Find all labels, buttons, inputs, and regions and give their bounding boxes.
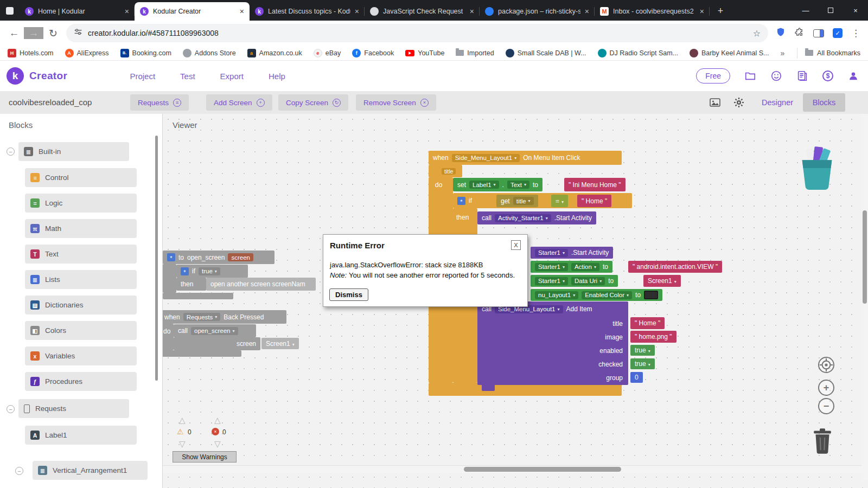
sidebar-item-label1[interactable]: A Label1: [25, 426, 137, 445]
blocks-toggle-active[interactable]: Blocks: [803, 93, 845, 112]
vertical-scrollbar[interactable]: [861, 114, 868, 480]
address-bar[interactable]: creator.kodular.io/#4587111089963008 ☆: [66, 24, 768, 42]
collapse-screen-icon[interactable]: −: [7, 405, 15, 413]
tab-kodular-creator[interactable]: k Kodular Creator ×: [135, 2, 250, 21]
sidebar-item-lists[interactable]: ≣Lists: [25, 270, 137, 289]
bookmark-aliexpress[interactable]: AAliExpress: [65, 49, 109, 57]
site-settings-icon[interactable]: [74, 28, 82, 38]
bookmark-facebook[interactable]: fFacebook: [352, 49, 394, 57]
bookmark-amazon[interactable]: aAmazon.co.uk: [247, 49, 302, 57]
horizontal-scrollbar[interactable]: [163, 465, 861, 473]
bookmark-dj-radio[interactable]: DJ Radio Script Sam...: [598, 49, 678, 57]
block-fragment-enabled-color[interactable]: nu_Layout1 Enabled Color to: [531, 289, 662, 301]
tab-home-kodular[interactable]: k Home | Kodular ×: [20, 2, 135, 21]
component-dropdown[interactable]: Activity_Starter1: [495, 214, 551, 222]
component-dropdown[interactable]: Requests: [183, 313, 221, 321]
property-dropdown[interactable]: Enabled Color: [582, 291, 632, 299]
sidebar-item-colors[interactable]: ◧Colors: [25, 321, 137, 340]
tab-close-icon[interactable]: ×: [240, 7, 244, 16]
account-icon[interactable]: [847, 70, 859, 82]
menu-project[interactable]: Project: [130, 72, 155, 81]
color-swatch[interactable]: [644, 291, 658, 299]
bookmark-imported-folder[interactable]: Imported: [456, 49, 494, 57]
block-screen1-disabled[interactable]: Screen1: [261, 338, 299, 349]
block-screen1-dropdown[interactable]: Screen1: [643, 275, 681, 287]
settings-gear-icon[interactable]: [733, 97, 744, 108]
logic-dropdown[interactable]: true: [635, 346, 650, 354]
designer-toggle[interactable]: Designer: [762, 98, 793, 107]
block-text-ini-menu-home[interactable]: " Ini Menu Home ": [564, 178, 626, 191]
block-set-label-text[interactable]: set Label1 . Text to: [453, 178, 542, 191]
remove-screen-button[interactable]: Remove Screen×: [356, 94, 436, 111]
bookmark-addons-store[interactable]: Addons Store: [183, 49, 236, 57]
block-if-disabled[interactable]: if true: [176, 265, 248, 278]
block-true-checked[interactable]: true: [630, 358, 655, 369]
block-number-zero[interactable]: 0: [630, 372, 643, 383]
center-blocks-target-icon[interactable]: [818, 357, 834, 373]
collapse-arrangement-icon[interactable]: −: [15, 467, 23, 475]
block-fragment-set-action[interactable]: Starter1 Action to: [531, 261, 612, 273]
procedure-dropdown[interactable]: open_screen: [191, 327, 238, 335]
sidebar-item-math[interactable]: πMath: [25, 219, 137, 238]
sidebar-item-text[interactable]: TText: [25, 245, 137, 264]
tab-close-icon[interactable]: ×: [585, 7, 589, 16]
sidebar-item-logic[interactable]: =Logic: [25, 194, 137, 213]
close-window-button[interactable]: ×: [843, 0, 868, 21]
screen-dropdown[interactable]: Screen1: [266, 340, 295, 348]
tab-javascript-check[interactable]: JavaScript Check Request ×: [365, 2, 480, 21]
operator-dropdown[interactable]: =: [556, 197, 564, 205]
param-title-chip[interactable]: title: [442, 168, 456, 175]
block-equals-operator[interactable]: =: [551, 195, 568, 207]
component-dropdown[interactable]: Label1: [469, 181, 499, 189]
kodular-logo[interactable]: k: [7, 67, 24, 85]
plan-badge[interactable]: Free: [696, 68, 730, 84]
component-dropdown[interactable]: Starter1: [535, 277, 568, 285]
security-check-icon[interactable]: ✓: [833, 28, 843, 38]
sidebar-item-procedures[interactable]: ƒProcedures: [25, 372, 137, 391]
block-when-menu-item-click[interactable]: when Side_Menu_Layout1 On Menu Item Clic…: [429, 151, 622, 165]
trash-can-icon[interactable]: [812, 426, 833, 457]
collapse-up-icon[interactable]: △: [179, 415, 186, 425]
collapse-down-icon[interactable]: ▽: [214, 439, 221, 449]
tab-discuss-topics[interactable]: k Latest Discuss topics - Kodul ×: [250, 2, 365, 21]
block-text-home-png[interactable]: " home.png ": [630, 331, 676, 343]
component-dropdown[interactable]: Starter1: [535, 249, 568, 257]
block-get-title[interactable]: get title: [496, 195, 538, 207]
bookmark-booking[interactable]: B.Booking.com: [120, 49, 171, 57]
minimize-button[interactable]: —: [793, 0, 818, 21]
new-tab-button[interactable]: +: [713, 3, 728, 18]
param-screen-chip[interactable]: screen: [228, 253, 253, 261]
tab-close-icon[interactable]: ×: [355, 7, 359, 16]
sidebar-item-control[interactable]: ≡Control: [25, 168, 137, 187]
dismiss-button[interactable]: Dismiss: [329, 288, 368, 301]
mutator-gear-icon[interactable]: [457, 197, 465, 205]
all-bookmarks-button[interactable]: All Bookmarks: [797, 48, 860, 59]
collapse-down-icon[interactable]: ▽: [179, 439, 186, 449]
sidebar-item-requests-screen[interactable]: Requests: [18, 399, 129, 418]
block-call-start-activity[interactable]: call Activity_Starter1 .Start Activity: [477, 211, 596, 224]
forward-icon[interactable]: →: [24, 27, 43, 39]
collapse-up-icon[interactable]: △: [214, 415, 221, 425]
maximize-button[interactable]: [818, 0, 843, 21]
mutator-gear-icon[interactable]: [167, 253, 175, 261]
browser-menu-kebab-icon[interactable]: ⋮: [851, 28, 860, 39]
menu-test[interactable]: Test: [180, 72, 195, 81]
block-fragment-set-data-uri[interactable]: Starter1 Data Uri to: [531, 275, 618, 287]
url-text[interactable]: creator.kodular.io/#4587111089963008: [88, 29, 753, 37]
bookmark-ebay[interactable]: eeBay: [314, 49, 341, 57]
logic-dropdown[interactable]: true: [199, 267, 220, 275]
side-panel-icon[interactable]: [813, 29, 824, 37]
horizontal-scrollbar-thumb[interactable]: [464, 467, 621, 472]
component-dropdown[interactable]: Side_Menu_Layout1: [452, 154, 520, 162]
block-when-back-pressed-disabled[interactable]: when Requests Back Pressed: [163, 310, 286, 324]
bookmark-barby-keel[interactable]: Barby Keel Animal S...: [690, 49, 769, 57]
screen-dropdown[interactable]: Screen1: [648, 277, 676, 285]
docs-icon[interactable]: [796, 70, 808, 82]
sidebar-scrollbar-thumb[interactable]: [155, 136, 158, 381]
bookmark-small-scale-dab[interactable]: Small Scale DAB | W...: [506, 49, 586, 57]
earnings-icon[interactable]: $: [822, 70, 833, 81]
block-open-another-screen-disabled[interactable]: open another screen screenNam: [206, 278, 316, 291]
show-warnings-button[interactable]: Show Warnings: [173, 451, 237, 463]
tab-close-icon[interactable]: ×: [470, 7, 474, 16]
requests-screen-button[interactable]: Requests≡: [130, 94, 189, 111]
